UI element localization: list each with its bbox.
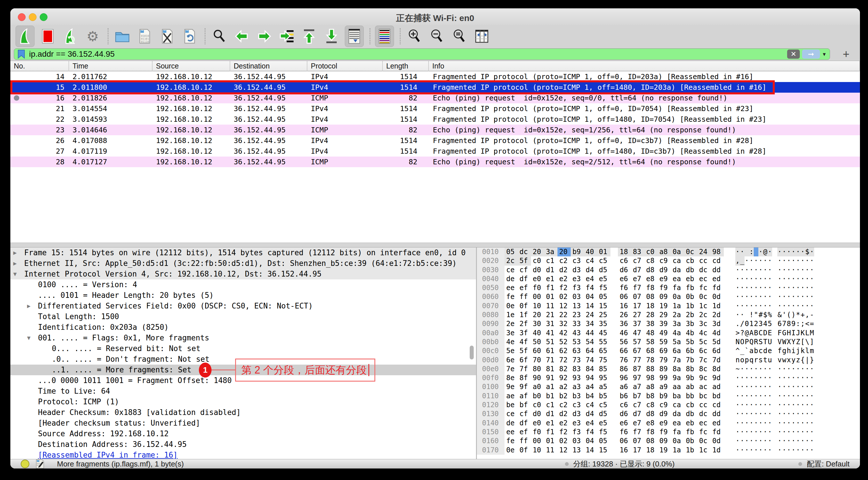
hex-byte[interactable]: a0 — [531, 382, 544, 391]
hex-byte[interactable]: c8 — [644, 401, 658, 410]
hex-byte[interactable]: 6b — [684, 347, 698, 355]
hex-byte[interactable]: 0b — [684, 437, 698, 445]
hex-byte[interactable]: cd — [711, 256, 724, 265]
hex-byte[interactable]: 6e — [504, 356, 518, 364]
hex-row[interactable]: 00a03e3f404142434445464748494a4b4c4d>?@A… — [477, 329, 860, 338]
hex-byte[interactable]: e2 — [557, 419, 571, 428]
hex-byte[interactable]: 73 — [571, 356, 584, 364]
hex-byte[interactable]: 61 — [544, 347, 557, 355]
detail-line[interactable]: ..1. .... = More fragments: Set1第 2 个分段，… — [10, 364, 476, 375]
go-to-top-button[interactable] — [300, 26, 318, 46]
hex-byte[interactable]: f9 — [658, 284, 671, 292]
display-filter-input[interactable]: ip.addr == 36.152.44.95 ✕ ➞ ▾ — [14, 49, 830, 60]
hex-byte[interactable]: ac — [698, 382, 711, 391]
status-profile[interactable]: 配置: Default — [798, 459, 849, 469]
hex-byte[interactable]: 15 — [597, 446, 611, 455]
hex-byte[interactable]: a8 — [644, 382, 658, 391]
hex-byte[interactable]: 7b — [684, 356, 698, 364]
hex-byte[interactable]: 84 — [584, 364, 597, 374]
hex-byte[interactable]: 6f — [518, 356, 531, 364]
hex-byte[interactable]: 19 — [658, 301, 671, 311]
hex-byte[interactable]: 8e — [504, 374, 518, 382]
detail-line[interactable]: .... 0101 = Header Length: 20 bytes (5) — [10, 290, 476, 301]
hex-byte[interactable]: d4 — [584, 410, 597, 418]
hex-row[interactable]: 0130cecfd0d1d2d3d4d5d6d7d8d9dadbdcdd····… — [477, 410, 860, 418]
hex-byte[interactable]: 69 — [658, 347, 671, 355]
hex-byte[interactable]: 9c — [698, 374, 711, 382]
details-scrollbar-thumb[interactable] — [470, 346, 474, 359]
detail-line[interactable]: ▾001. .... = Flags: 0x1, More fragments — [10, 333, 476, 343]
hex-byte[interactable]: 58 — [644, 338, 658, 347]
hex-byte[interactable]: 07 — [631, 437, 644, 445]
hex-byte[interactable]: e7 — [631, 419, 644, 428]
hex-byte[interactable]: 77 — [631, 356, 644, 364]
hex-byte[interactable]: a5 — [597, 382, 611, 391]
hex-byte[interactable]: 95 — [597, 374, 611, 382]
hex-byte[interactable]: d1 — [544, 410, 557, 418]
packet-row[interactable]: 264.017088192.168.10.1236.152.44.95IPv41… — [10, 135, 860, 146]
hex-byte[interactable]: dc — [698, 410, 711, 418]
hex-byte[interactable]: 7c — [698, 356, 711, 364]
hex-byte[interactable]: 01 — [544, 437, 557, 445]
hex-byte[interactable]: e6 — [618, 275, 631, 284]
hex-byte[interactable]: 0e — [504, 301, 518, 311]
hex-byte[interactable]: 40 — [584, 248, 597, 256]
hex-byte[interactable]: 9d — [711, 374, 724, 382]
hex-byte[interactable]: 20 — [531, 311, 544, 319]
hex-byte[interactable]: 47 — [631, 329, 644, 338]
hex-byte[interactable]: 92 — [557, 374, 571, 382]
hex-byte[interactable]: 23 — [571, 311, 584, 319]
hex-byte[interactable]: b3 — [571, 392, 584, 401]
hex-byte[interactable]: 4d — [711, 329, 724, 338]
hex-byte[interactable]: d5 — [597, 410, 611, 418]
hex-byte[interactable]: d6 — [618, 410, 631, 418]
hex-byte[interactable]: 4a — [671, 329, 684, 338]
hex-byte[interactable]: db — [684, 410, 698, 418]
hex-byte[interactable]: a1 — [544, 382, 557, 391]
hex-byte[interactable]: fa — [671, 284, 684, 292]
hex-byte[interactable]: 62 — [557, 347, 571, 355]
filter-clear-button[interactable]: ✕ — [787, 50, 800, 59]
hex-byte[interactable]: 96 — [618, 374, 631, 382]
hex-byte[interactable]: c9 — [658, 401, 671, 410]
hex-byte[interactable]: 64 — [584, 347, 597, 355]
hex-byte[interactable]: 53 — [571, 338, 584, 347]
hex-byte[interactable]: f7 — [631, 284, 644, 292]
hex-byte[interactable]: 49 — [658, 329, 671, 338]
hex-byte[interactable]: 16 — [618, 301, 631, 311]
hex-byte[interactable]: e5 — [597, 419, 611, 428]
filter-dropdown-caret[interactable]: ▾ — [823, 51, 826, 58]
hex-byte[interactable]: 52 — [557, 338, 571, 347]
hex-byte[interactable]: 33 — [571, 319, 584, 328]
hex-byte[interactable]: fb — [684, 428, 698, 437]
hex-byte[interactable]: b0 — [531, 392, 544, 401]
packet-row[interactable]: 284.017127192.168.10.1236.152.44.95ICMP8… — [10, 157, 860, 167]
hex-byte[interactable]: ec — [698, 419, 711, 428]
pane-splitter-horizontal[interactable] — [10, 243, 860, 248]
find-packet-button[interactable] — [210, 26, 228, 46]
hex-byte[interactable]: 67 — [631, 347, 644, 355]
hex-byte[interactable]: 5f — [518, 256, 531, 265]
hex-byte[interactable]: 0c — [684, 248, 698, 256]
hex-byte[interactable]: f6 — [618, 284, 631, 292]
hex-byte[interactable]: be — [504, 401, 518, 410]
hex-byte[interactable]: d2 — [557, 266, 571, 275]
hex-byte[interactable]: e7 — [631, 275, 644, 284]
hex-byte[interactable]: 24 — [698, 248, 711, 256]
column-header[interactable]: Protocol — [307, 61, 383, 71]
hex-byte[interactable]: 3b — [684, 319, 698, 328]
hex-byte[interactable]: f2 — [557, 284, 571, 292]
hex-byte[interactable]: e0 — [531, 275, 544, 284]
hex-byte[interactable]: f3 — [571, 284, 584, 292]
hex-byte[interactable]: ab — [684, 382, 698, 391]
hex-byte[interactable]: e3 — [571, 275, 584, 284]
hex-byte[interactable]: c4 — [584, 401, 597, 410]
hex-byte[interactable]: ea — [671, 419, 684, 428]
hex-byte[interactable]: 4b — [684, 329, 698, 338]
hex-byte[interactable]: 0a — [671, 248, 684, 256]
hex-byte[interactable]: 04 — [584, 292, 597, 301]
hex-byte[interactable]: 71 — [544, 356, 557, 364]
hex-byte[interactable]: 0c — [698, 437, 711, 445]
hex-byte[interactable]: cf — [518, 410, 531, 418]
hex-byte[interactable]: 7f — [518, 364, 531, 374]
